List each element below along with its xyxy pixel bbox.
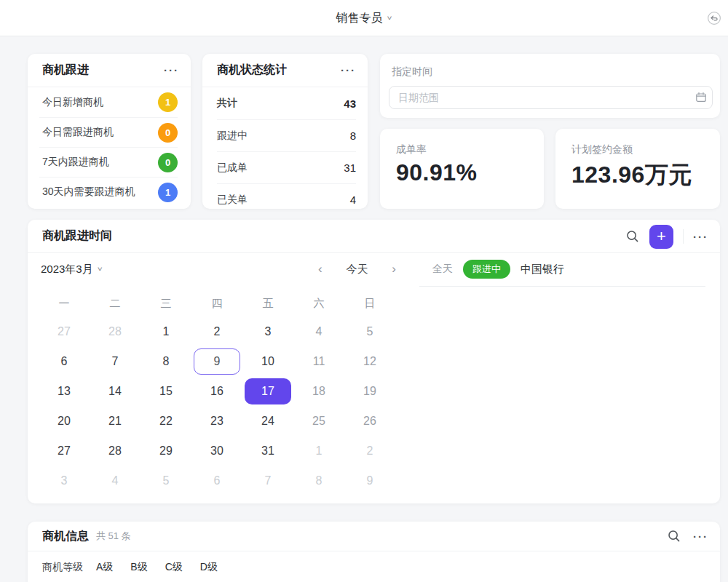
calendar-day[interactable]: 27 (39, 316, 90, 346)
calendar-day[interactable]: 5 (344, 316, 395, 346)
follow-time-card: 商机跟进时间 + ··· 2023年3月 ˅ ‹ 今天 › (28, 220, 720, 503)
today-button[interactable]: 今天 (347, 263, 368, 276)
calendar-day[interactable]: 29 (141, 436, 191, 466)
follow-time-card-title: 商机跟进时间 (42, 228, 112, 244)
calendar-day-number: 16 (194, 378, 240, 404)
calendar-day-number: 2 (347, 438, 393, 464)
weekday-label: 一 (39, 294, 90, 313)
calendar-day[interactable]: 12 (344, 346, 395, 376)
month-selector[interactable]: 2023年3月 ˅ (41, 253, 103, 285)
add-button[interactable]: + (649, 225, 673, 249)
calendar-day[interactable]: 16 (191, 376, 242, 406)
status-row-label: 已成单 (217, 162, 248, 175)
calendar-day-number: 13 (41, 378, 87, 404)
calendar-day[interactable]: 9 (191, 346, 242, 376)
event-item[interactable]: 全天 跟进中 中国银行 (432, 256, 564, 282)
more-icon[interactable]: ··· (341, 65, 356, 76)
calendar-day[interactable]: 25 (293, 406, 344, 436)
calendar-day-number: 11 (296, 348, 342, 375)
calendar-day-number: 9 (194, 348, 240, 375)
calendar-day[interactable]: 20 (39, 406, 90, 436)
follow-up-card: 商机跟进 ··· 今日新增商机1今日需跟进商机07天内跟进商机030天内需要跟进… (28, 54, 191, 209)
calendar-day-number: 4 (92, 468, 138, 494)
calendar-day[interactable]: 3 (242, 316, 293, 346)
prev-month-icon[interactable]: ‹ (315, 262, 325, 276)
calendar-icon[interactable] (690, 92, 712, 103)
calendar-day[interactable]: 1 (141, 316, 191, 346)
calendar-day[interactable]: 31 (242, 436, 293, 466)
calendar-day[interactable]: 6 (39, 346, 90, 376)
follow-up-row[interactable]: 30天内需要跟进商机1 (39, 177, 178, 207)
calendar-day[interactable]: 14 (90, 376, 141, 406)
calendar-day-number: 29 (143, 438, 189, 464)
calendar-day[interactable]: 4 (90, 466, 141, 495)
calendar-day-number: 5 (347, 319, 393, 345)
calendar-day[interactable]: 24 (242, 406, 293, 436)
calendar-day-number: 19 (347, 378, 393, 404)
calendar-day[interactable]: 2 (344, 436, 395, 466)
filter-option[interactable]: A级 (96, 561, 113, 574)
search-icon[interactable] (667, 529, 681, 543)
calendar-day-number: 1 (143, 319, 189, 345)
date-range-field[interactable] (389, 86, 713, 109)
calendar-day-number: 8 (143, 348, 189, 375)
follow-up-card-title: 商机跟进 (42, 63, 89, 78)
filter-option[interactable]: C级 (165, 561, 183, 574)
calendar-day[interactable]: 2 (191, 316, 242, 346)
top-bar: 销售专员 ˅ (0, 0, 728, 36)
calendar-day[interactable]: 18 (293, 376, 344, 406)
calendar-day-number: 23 (194, 408, 240, 434)
calendar-day[interactable]: 23 (191, 406, 242, 436)
calendar-day-number: 26 (347, 408, 393, 434)
follow-up-row[interactable]: 今日新增商机1 (39, 87, 178, 117)
calendar-day[interactable]: 30 (191, 436, 242, 466)
calendar-day[interactable]: 13 (39, 376, 90, 406)
month-bar: 2023年3月 ˅ ‹ 今天 › (28, 253, 421, 285)
calendar-day-number: 2 (194, 319, 240, 345)
calendar-day[interactable]: 3 (39, 466, 90, 495)
calendar-day[interactable]: 17 (242, 376, 293, 406)
calendar-day[interactable]: 21 (90, 406, 141, 436)
calendar-day-number: 17 (245, 378, 291, 404)
today-navigation: ‹ 今天 › (315, 253, 399, 285)
follow-up-row[interactable]: 今日需跟进商机0 (39, 117, 178, 147)
calendar-day[interactable]: 1 (293, 436, 344, 466)
calendar-day[interactable]: 8 (141, 346, 191, 376)
status-row-value: 4 (350, 194, 356, 206)
calendar-day[interactable]: 28 (90, 316, 141, 346)
date-range-input[interactable] (389, 92, 690, 103)
filter-option[interactable]: B级 (130, 561, 147, 574)
calendar-day[interactable]: 5 (141, 466, 191, 495)
calendar-day[interactable]: 9 (344, 466, 395, 495)
calendar-day[interactable]: 11 (293, 346, 344, 376)
calendar-day[interactable]: 6 (191, 466, 242, 495)
calendar-day[interactable]: 4 (293, 316, 344, 346)
calendar-day[interactable]: 27 (39, 436, 90, 466)
opportunity-info-title: 商机信息 (42, 529, 89, 544)
calendar-day[interactable]: 8 (293, 466, 344, 495)
search-icon[interactable] (625, 229, 640, 244)
filter-option[interactable]: D级 (200, 561, 218, 574)
calendar-day[interactable]: 7 (90, 346, 141, 376)
more-icon[interactable]: ··· (693, 231, 708, 242)
calendar-day[interactable]: 15 (141, 376, 191, 406)
status-row-label: 共计 (217, 97, 237, 110)
next-month-icon[interactable]: › (389, 262, 399, 276)
count-badge: 0 (158, 153, 178, 172)
calendar-day-number: 7 (92, 348, 138, 375)
calendar-day[interactable]: 10 (242, 346, 293, 376)
follow-up-row-label: 30天内需要跟进商机 (42, 186, 135, 199)
weekday-label: 日 (344, 294, 395, 313)
share-icon[interactable] (705, 9, 724, 28)
calendar-day[interactable]: 19 (344, 376, 395, 406)
calendar-day-number: 6 (41, 348, 87, 375)
calendar-day[interactable]: 22 (141, 406, 191, 436)
calendar-day[interactable]: 7 (242, 466, 293, 495)
calendar-day-number: 27 (41, 319, 87, 345)
calendar-day[interactable]: 26 (344, 406, 395, 436)
more-icon[interactable]: ··· (164, 65, 179, 76)
role-switcher[interactable]: 销售专员 ˅ (336, 0, 392, 36)
follow-up-row[interactable]: 7天内跟进商机0 (39, 147, 178, 177)
calendar-day[interactable]: 28 (90, 436, 141, 466)
more-icon[interactable]: ··· (693, 531, 708, 542)
